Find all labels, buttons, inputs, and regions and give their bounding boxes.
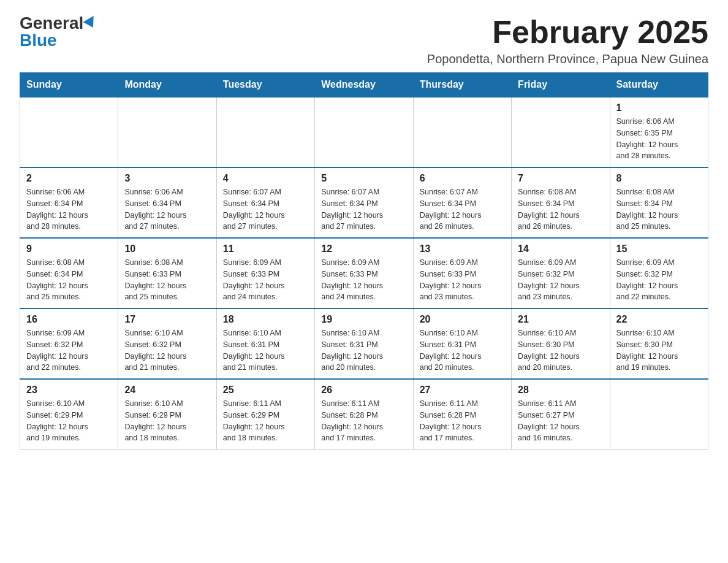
calendar-week-3: 9Sunrise: 6:08 AM Sunset: 6:34 PM Daylig… — [20, 238, 708, 308]
location-subtitle: Popondetta, Northern Province, Papua New… — [427, 52, 708, 66]
day-number: 24 — [124, 385, 210, 396]
day-info: Sunrise: 6:08 AM Sunset: 6:34 PM Dayligh… — [26, 257, 112, 303]
calendar-day: 9Sunrise: 6:08 AM Sunset: 6:34 PM Daylig… — [20, 238, 118, 308]
day-info: Sunrise: 6:10 AM Sunset: 6:31 PM Dayligh… — [420, 327, 505, 373]
calendar-day — [610, 379, 708, 450]
calendar-day: 23Sunrise: 6:10 AM Sunset: 6:29 PM Dayli… — [20, 379, 118, 450]
calendar-day: 21Sunrise: 6:10 AM Sunset: 6:30 PM Dayli… — [512, 308, 610, 379]
day-info: Sunrise: 6:06 AM Sunset: 6:35 PM Dayligh… — [616, 116, 702, 162]
calendar-day: 5Sunrise: 6:07 AM Sunset: 6:34 PM Daylig… — [315, 167, 413, 238]
calendar-table: Sunday Monday Tuesday Wednesday Thursday… — [20, 72, 708, 450]
day-info: Sunrise: 6:08 AM Sunset: 6:34 PM Dayligh… — [518, 186, 603, 232]
day-info: Sunrise: 6:07 AM Sunset: 6:34 PM Dayligh… — [321, 186, 406, 232]
calendar-day: 8Sunrise: 6:08 AM Sunset: 6:34 PM Daylig… — [610, 167, 708, 238]
calendar-week-4: 16Sunrise: 6:09 AM Sunset: 6:32 PM Dayli… — [20, 308, 708, 379]
calendar-day: 27Sunrise: 6:11 AM Sunset: 6:28 PM Dayli… — [413, 379, 511, 450]
col-sunday: Sunday — [20, 73, 118, 98]
calendar-day — [216, 97, 314, 167]
calendar-day: 12Sunrise: 6:09 AM Sunset: 6:33 PM Dayli… — [315, 238, 413, 308]
day-number: 19 — [321, 314, 406, 325]
day-number: 16 — [26, 314, 112, 325]
day-info: Sunrise: 6:07 AM Sunset: 6:34 PM Dayligh… — [420, 186, 505, 232]
calendar-day: 28Sunrise: 6:11 AM Sunset: 6:27 PM Dayli… — [512, 379, 610, 450]
logo-triangle-icon — [83, 16, 99, 31]
day-info: Sunrise: 6:11 AM Sunset: 6:29 PM Dayligh… — [223, 398, 308, 444]
day-number: 14 — [518, 243, 603, 255]
calendar-week-5: 23Sunrise: 6:10 AM Sunset: 6:29 PM Dayli… — [20, 379, 708, 450]
col-friday: Friday — [512, 73, 610, 98]
calendar-day: 16Sunrise: 6:09 AM Sunset: 6:32 PM Dayli… — [20, 308, 118, 379]
day-number: 28 — [518, 385, 603, 396]
day-info: Sunrise: 6:09 AM Sunset: 6:32 PM Dayligh… — [26, 327, 112, 373]
calendar-day — [512, 97, 610, 167]
day-number: 8 — [616, 173, 702, 184]
day-number: 12 — [321, 243, 406, 255]
day-info: Sunrise: 6:09 AM Sunset: 6:33 PM Dayligh… — [420, 257, 505, 303]
col-tuesday: Tuesday — [216, 73, 314, 98]
day-number: 9 — [26, 243, 112, 255]
col-wednesday: Wednesday — [315, 73, 413, 98]
day-info: Sunrise: 6:09 AM Sunset: 6:32 PM Dayligh… — [616, 257, 702, 303]
day-info: Sunrise: 6:10 AM Sunset: 6:31 PM Dayligh… — [321, 327, 406, 373]
day-info: Sunrise: 6:11 AM Sunset: 6:28 PM Dayligh… — [321, 398, 406, 444]
calendar-day: 4Sunrise: 6:07 AM Sunset: 6:34 PM Daylig… — [216, 167, 314, 238]
calendar-header: Sunday Monday Tuesday Wednesday Thursday… — [20, 73, 708, 98]
month-title: February 2025 — [427, 15, 708, 50]
calendar-day: 25Sunrise: 6:11 AM Sunset: 6:29 PM Dayli… — [216, 379, 314, 450]
col-thursday: Thursday — [413, 73, 511, 98]
day-number: 26 — [321, 385, 406, 396]
day-number: 20 — [420, 314, 505, 325]
day-number: 5 — [321, 173, 406, 184]
day-number: 22 — [616, 314, 702, 325]
day-info: Sunrise: 6:10 AM Sunset: 6:30 PM Dayligh… — [616, 327, 702, 373]
day-number: 25 — [223, 385, 308, 396]
day-info: Sunrise: 6:10 AM Sunset: 6:29 PM Dayligh… — [26, 398, 112, 444]
day-number: 17 — [124, 314, 210, 325]
calendar-day — [118, 97, 216, 167]
calendar-day: 19Sunrise: 6:10 AM Sunset: 6:31 PM Dayli… — [315, 308, 413, 379]
day-number: 7 — [518, 173, 603, 184]
calendar-day: 6Sunrise: 6:07 AM Sunset: 6:34 PM Daylig… — [413, 167, 511, 238]
calendar-day: 26Sunrise: 6:11 AM Sunset: 6:28 PM Dayli… — [315, 379, 413, 450]
calendar-body: 1Sunrise: 6:06 AM Sunset: 6:35 PM Daylig… — [20, 97, 708, 450]
calendar-day — [413, 97, 511, 167]
col-saturday: Saturday — [610, 73, 708, 98]
day-info: Sunrise: 6:06 AM Sunset: 6:34 PM Dayligh… — [124, 186, 210, 232]
calendar-week-2: 2Sunrise: 6:06 AM Sunset: 6:34 PM Daylig… — [20, 167, 708, 238]
day-number: 13 — [420, 243, 505, 255]
day-number: 4 — [223, 173, 308, 184]
logo: General Blue — [20, 15, 97, 49]
calendar-day: 17Sunrise: 6:10 AM Sunset: 6:32 PM Dayli… — [118, 308, 216, 379]
calendar-day: 1Sunrise: 6:06 AM Sunset: 6:35 PM Daylig… — [610, 97, 708, 167]
day-info: Sunrise: 6:10 AM Sunset: 6:31 PM Dayligh… — [223, 327, 308, 373]
title-area: February 2025 Popondetta, Northern Provi… — [427, 15, 708, 66]
calendar-day — [315, 97, 413, 167]
day-info: Sunrise: 6:09 AM Sunset: 6:33 PM Dayligh… — [321, 257, 406, 303]
calendar-day: 15Sunrise: 6:09 AM Sunset: 6:32 PM Dayli… — [610, 238, 708, 308]
day-info: Sunrise: 6:09 AM Sunset: 6:32 PM Dayligh… — [518, 257, 603, 303]
day-number: 15 — [616, 243, 702, 255]
header-row: Sunday Monday Tuesday Wednesday Thursday… — [20, 73, 708, 98]
calendar-day: 24Sunrise: 6:10 AM Sunset: 6:29 PM Dayli… — [118, 379, 216, 450]
day-number: 27 — [420, 385, 505, 396]
logo-blue-text: Blue — [20, 32, 57, 49]
calendar-day: 11Sunrise: 6:09 AM Sunset: 6:33 PM Dayli… — [216, 238, 314, 308]
calendar-day: 13Sunrise: 6:09 AM Sunset: 6:33 PM Dayli… — [413, 238, 511, 308]
col-monday: Monday — [118, 73, 216, 98]
day-number: 3 — [124, 173, 210, 184]
day-number: 23 — [26, 385, 112, 396]
header: General Blue February 2025 Popondetta, N… — [20, 15, 708, 66]
day-info: Sunrise: 6:10 AM Sunset: 6:32 PM Dayligh… — [124, 327, 210, 373]
day-info: Sunrise: 6:09 AM Sunset: 6:33 PM Dayligh… — [223, 257, 308, 303]
day-info: Sunrise: 6:08 AM Sunset: 6:34 PM Dayligh… — [616, 186, 702, 232]
calendar-day: 22Sunrise: 6:10 AM Sunset: 6:30 PM Dayli… — [610, 308, 708, 379]
day-info: Sunrise: 6:10 AM Sunset: 6:29 PM Dayligh… — [124, 398, 210, 444]
day-number: 21 — [518, 314, 603, 325]
day-info: Sunrise: 6:10 AM Sunset: 6:30 PM Dayligh… — [518, 327, 603, 373]
day-info: Sunrise: 6:06 AM Sunset: 6:34 PM Dayligh… — [26, 186, 112, 232]
day-info: Sunrise: 6:08 AM Sunset: 6:33 PM Dayligh… — [124, 257, 210, 303]
day-info: Sunrise: 6:11 AM Sunset: 6:27 PM Dayligh… — [518, 398, 603, 444]
day-info: Sunrise: 6:11 AM Sunset: 6:28 PM Dayligh… — [420, 398, 505, 444]
day-number: 18 — [223, 314, 308, 325]
day-number: 11 — [223, 243, 308, 255]
